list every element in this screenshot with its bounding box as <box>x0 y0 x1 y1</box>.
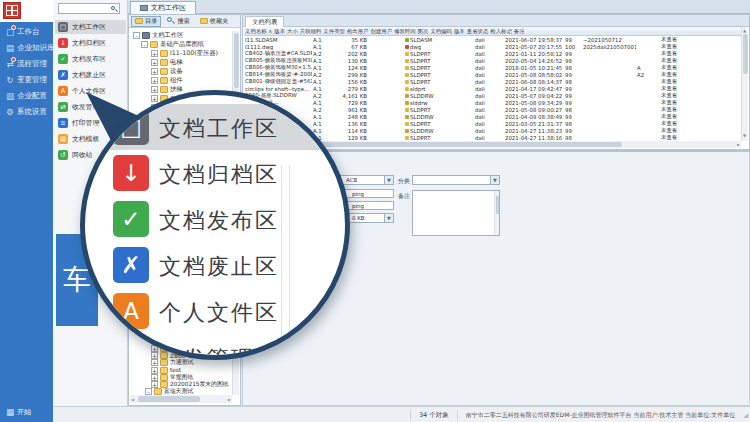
table-row[interactable]: I1111.dwg A.1 67 KB dwg dali 2021-05-07 … <box>244 43 741 50</box>
document-nav-item[interactable]: ✗ 文档废止区 <box>55 68 126 82</box>
table-row[interactable]: CB814-侧装饰板梁-#-2008500... A.2 299 KB SLDP… <box>244 71 741 78</box>
scroll-left-icon[interactable]: ◄ <box>131 397 134 402</box>
folder-icon <box>135 18 143 24</box>
tree-expander-icon[interactable]: + <box>151 352 158 359</box>
column-header[interactable]: 备注 <box>513 27 526 35</box>
column-header[interactable]: 关联物料 <box>299 27 323 35</box>
search-input[interactable] <box>60 4 110 13</box>
category-select[interactable] <box>412 175 491 185</box>
note-scrollbar[interactable] <box>494 191 499 235</box>
folder-icon <box>150 41 158 48</box>
scroll-up-icon[interactable]: ▲ <box>743 28 746 33</box>
tree-expander-icon[interactable]: - <box>141 41 148 48</box>
tree-expander-icon[interactable]: + <box>151 381 158 388</box>
cell-sheet: 100 <box>564 44 582 50</box>
table-row[interactable]: I11.SLDASM A.1 35 KB SLDASM dali 2021-06… <box>244 36 741 43</box>
scroll-right-icon[interactable]: ► <box>737 142 740 147</box>
table-row[interactable]: CT333马达... A.1 729 KB slddrw dali 2021-0… <box>244 99 741 106</box>
tree-expander-icon[interactable]: - <box>133 32 140 39</box>
tree-node[interactable]: + I11-100(变压器) <box>131 49 231 58</box>
table-row[interactable]: CB806-侧装饰板M30×1.5.SL... A.1 124 KB SLDPR… <box>244 64 741 71</box>
filetype-icon <box>405 108 409 112</box>
resize-grip-icon[interactable]: ◢ <box>743 411 750 418</box>
search-tab-button[interactable]: 搜索 <box>163 16 193 27</box>
tree-expander-icon[interactable]: + <box>151 50 158 57</box>
tree-node-label: 组件 <box>170 76 183 85</box>
table-row[interactable]: 1040-底座.SLDDRW A.2 4,161 KB SLDDRW dali … <box>244 92 741 99</box>
filetype-icon <box>405 38 409 42</box>
tree-expander-icon[interactable]: + <box>151 359 158 366</box>
column-header[interactable]: 版本 <box>453 27 466 35</box>
dropdown-arrow-icon[interactable]: ▼ <box>385 213 394 223</box>
search-tab-label: 搜索 <box>177 17 189 26</box>
cell-size: 961 KB <box>336 107 368 113</box>
tree-node[interactable]: + 设备 <box>131 67 231 76</box>
column-header[interactable]: 图次 <box>417 27 430 35</box>
cell-modified-time: 2021-01-11 20:58:12 <box>504 51 564 57</box>
column-header[interactable]: 检入标记 <box>489 27 513 35</box>
document-nav-item[interactable]: □ 文档工作区 <box>55 20 126 34</box>
start-button[interactable]: ▦ 开始 <box>5 407 31 417</box>
table-vertical-scrollbar[interactable]: ▲ ▼ <box>741 27 748 141</box>
primary-nav-item[interactable]: □ 工作台 <box>0 24 53 40</box>
document-nav-item[interactable]: ↓ 文档归档区 <box>55 36 126 50</box>
cell-create-user: dali <box>474 37 504 43</box>
nav-item-label: 文档发布区 <box>159 206 279 236</box>
table-row[interactable]: CB402-轴承压盖#CA.SLDPRT A.2 202 KB SLDPRT d… <box>244 50 741 57</box>
primary-nav-list: □ 工作台 ▤ 企业知识库 ⇄ 流程管理 ↻ 变更管理 ▥ <box>0 24 53 120</box>
scroll-right-icon[interactable]: ► <box>228 397 231 402</box>
column-header[interactable]: 检出用户 <box>346 27 370 35</box>
cell-modified-time: 2021-06-07 19:58:37 <box>504 37 564 43</box>
tree-node[interactable]: - 基础产品库图纸 <box>131 40 231 49</box>
tree-node[interactable]: + 电梯 <box>131 58 231 67</box>
tree-expander-icon[interactable]: + <box>151 367 158 374</box>
tree-node[interactable]: + test <box>131 367 231 374</box>
column-header[interactable]: 文件类型 <box>322 27 346 35</box>
primary-nav-item[interactable]: ⚙ 系统设置 <box>0 104 53 120</box>
cell-name: CB801-梯级链固定盖-#5613... <box>244 78 312 85</box>
column-header[interactable]: 版本 <box>273 27 286 35</box>
cell-view-status: 未查看 <box>660 106 696 113</box>
table-row[interactable]: 马达 A.2 961 KB SLDPRT dali 2021-05-08 09:… <box>244 106 741 113</box>
cell-filetype: SLDPRT <box>404 51 444 57</box>
table-row[interactable]: A.1 136 KB SLDPRT dali 2021-03-05 21:31:… <box>244 120 741 127</box>
tree-node[interactable]: + 常规图纸 <box>131 374 231 381</box>
tab-document-list[interactable]: 文档列表 <box>245 16 284 27</box>
column-header[interactable]: 查看状态 <box>466 27 490 35</box>
cell-view-status: 未查看 <box>660 64 696 71</box>
tree-horizontal-scrollbar[interactable]: ◄ ► <box>130 395 232 403</box>
primary-nav-item[interactable]: ▥ 企业配置 <box>0 88 53 104</box>
table-row[interactable]: CB801-梯级链固定盖-#5613... A.1 156 KB SLDPRT … <box>244 78 741 85</box>
favorites-tab-button[interactable]: 收藏夹 <box>196 16 233 27</box>
primary-nav-item[interactable]: ⇄ 流程管理 <box>0 56 53 72</box>
tree-expander-icon[interactable]: + <box>151 68 158 75</box>
primary-nav-item[interactable]: ↻ 变更管理 <box>0 72 53 88</box>
tab-doc-workspace[interactable]: 文档工作区 <box>130 1 196 14</box>
dropdown-arrow-icon[interactable]: ▼ <box>385 175 394 185</box>
nav-item-label: 企业配置 <box>17 91 47 101</box>
column-header[interactable]: 创建用户 <box>369 27 393 35</box>
dropdown-arrow-icon[interactable]: ▼ <box>491 175 500 185</box>
tree-expander-icon[interactable]: + <box>151 59 158 66</box>
table-row[interactable]: 2009# A.1 248 KB SLDDRW dali 2021-04-09 … <box>244 113 741 120</box>
scroll-down-icon[interactable]: ▼ <box>743 133 746 138</box>
table-row[interactable]: circlips for shaft--type... A.1 279 KB s… <box>244 85 741 92</box>
search-icon[interactable] <box>110 5 118 13</box>
table-row[interactable]: CB805-侧装饰板连接板M30×1.5×1... A.1 130 KB SLD… <box>244 57 741 64</box>
tree-expander-icon[interactable]: + <box>151 77 158 84</box>
tree-node[interactable]: + 20200215发来的图纸 <box>131 381 231 388</box>
document-nav-item[interactable]: ✓ 文档发布区 <box>55 52 126 66</box>
workspace-tab-icon <box>140 5 148 11</box>
cell-version: A.2 <box>312 72 336 78</box>
tree-expander-icon[interactable]: + <box>151 374 158 381</box>
column-header[interactable]: 文档名称 ∧ <box>244 27 273 35</box>
tree-node[interactable]: - 文档工作区 <box>131 31 231 40</box>
table-row[interactable]: A.1 114 KB SLDDRW dali 2021-04-27 11:38:… <box>244 127 741 134</box>
column-header[interactable]: 大小 <box>286 27 299 35</box>
note-textarea[interactable] <box>412 190 500 236</box>
column-header[interactable]: 修改时间 <box>393 27 417 35</box>
tree-node[interactable]: + 力通测试 <box>131 359 231 366</box>
primary-nav-item[interactable]: ▤ 企业知识库 <box>0 40 53 56</box>
column-header[interactable]: 文档编码 <box>429 27 453 35</box>
directory-tab-button[interactable]: 目录 <box>131 16 161 27</box>
